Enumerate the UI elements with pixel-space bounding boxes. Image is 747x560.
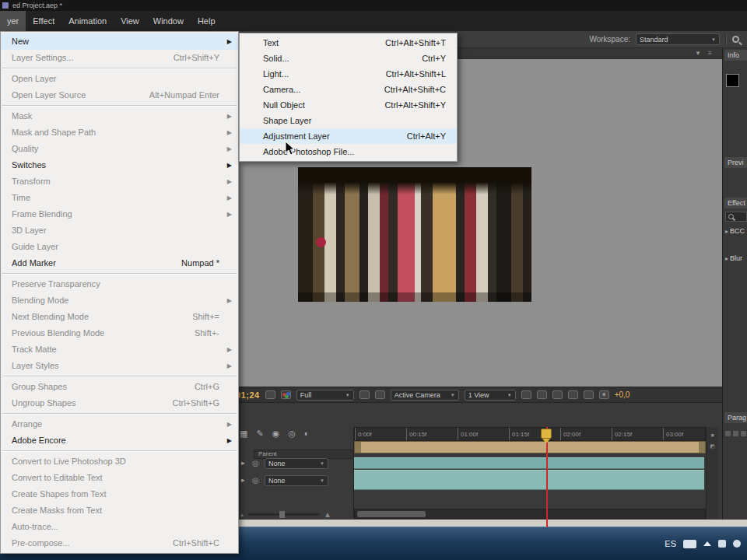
layer-menu-item-convert-to-editable-text[interactable]: Convert to Editable Text (1, 470, 238, 486)
timeline-scrollbar-thumb[interactable] (357, 511, 426, 517)
layer-menu-item-blending-mode[interactable]: Blending Mode▶ (1, 292, 238, 309)
tab-preview[interactable]: Previ (724, 157, 747, 168)
resolution-dropdown[interactable]: Full ▼ (296, 390, 354, 401)
layer-menu-item-adobe-encore[interactable]: Adobe Encore▶ (1, 432, 238, 449)
menubar-item-animation[interactable]: Animation (61, 11, 114, 31)
zoom-out-icon[interactable]: ▲ (240, 513, 244, 517)
time-ruler[interactable]: 0:00f00:15f01:00f01:15f02:00f02:15f03:00… (354, 427, 706, 441)
zoom-slider-track[interactable] (248, 513, 320, 516)
layer-menu-item-transform[interactable]: Transform▶ (1, 173, 238, 190)
zoom-in-icon[interactable]: ▲ (324, 510, 331, 519)
new-submenu-item-light[interactable]: Light...Ctrl+Alt+Shift+L (240, 66, 457, 82)
zoom-slider-thumb[interactable] (279, 511, 285, 518)
tab-effects[interactable]: Effect (724, 198, 747, 208)
effects-search-input[interactable] (725, 212, 747, 222)
search-icon[interactable] (732, 36, 739, 43)
menubar-item-help[interactable]: Help (191, 11, 223, 31)
fast-preview-icon[interactable] (552, 390, 563, 399)
new-submenu-item-camera[interactable]: Camera...Ctrl+Alt+Shift+C (240, 82, 457, 97)
layer-menu-item-layer-settings[interactable]: Layer Settings...Ctrl+Shift+Y (1, 50, 238, 66)
layer-menu-item-create-masks-from-text[interactable]: Create Masks from Text (1, 502, 238, 519)
layer-menu-item-layer-styles[interactable]: Layer Styles▶ (1, 358, 238, 374)
new-submenu-item-adjustment-layer[interactable]: Adjustment LayerCtrl+Alt+Y (240, 128, 457, 144)
tab-info[interactable]: Info (724, 50, 747, 61)
parent-dropdown[interactable]: None▼ (265, 458, 328, 469)
layer-menu-item-add-marker[interactable]: Add MarkerNumpad * (1, 255, 238, 271)
panel-menu-icon[interactable]: ≡ (708, 50, 712, 57)
layer-menu-item-open-layer[interactable]: Open Layer (1, 71, 238, 87)
layer-menu-item-pre-compose[interactable]: Pre-compose...Ctrl+Shift+C (1, 535, 238, 551)
current-time-indicator[interactable] (541, 429, 552, 439)
layer-menu-item-3d-layer[interactable]: 3D Layer (1, 222, 238, 239)
new-submenu-item-shape-layer[interactable]: Shape Layer (240, 113, 457, 128)
twirl-arrow-icon[interactable]: ▸ (241, 476, 245, 484)
tab-paragraph[interactable]: Parag (724, 412, 747, 423)
camera-view-dropdown[interactable]: Active Camera ▼ (391, 390, 459, 401)
work-area-bar[interactable] (354, 441, 706, 453)
layer-menu-item-ungroup-shapes[interactable]: Ungroup ShapesCtrl+Shift+G (1, 395, 238, 411)
effects-list-item-bcc[interactable]: ▸BCC (725, 227, 745, 235)
align-center-icon[interactable] (733, 431, 738, 436)
camera-icon[interactable]: ◩ (710, 443, 715, 449)
layer-menu-item-track-matte[interactable]: Track Matte▶ (1, 341, 238, 358)
keyboard-icon[interactable] (683, 540, 696, 548)
layer-menu-item-new[interactable]: New▶ (1, 33, 238, 50)
layer-menu-item-switches[interactable]: Switches▶ (1, 157, 238, 173)
menubar-item-window[interactable]: Window (146, 11, 191, 31)
new-submenu-item-text[interactable]: TextCtrl+Alt+Shift+T (240, 35, 457, 51)
mini-flowchart-icon[interactable]: ▦ (240, 429, 247, 439)
flowchart-icon[interactable] (584, 390, 594, 399)
transparency-grid-icon[interactable] (375, 390, 385, 399)
align-right-icon[interactable] (741, 431, 746, 436)
timeline-layer-row[interactable]: ▸◎None▼ (238, 474, 355, 489)
language-indicator[interactable]: ES (665, 539, 676, 548)
tray-status-icon[interactable] (718, 540, 726, 548)
new-submenu-item-null-object[interactable]: Null ObjectCtrl+Alt+Shift+Y (240, 97, 457, 113)
draft-3d-icon[interactable]: ✎ (256, 429, 263, 439)
layer-menu-item-mask[interactable]: Mask▶ (1, 108, 238, 124)
comp-button-icon[interactable]: ■ (710, 432, 714, 438)
layer-menu-item-group-shapes[interactable]: Group ShapesCtrl+G (1, 379, 238, 395)
snapshot-icon[interactable] (265, 390, 275, 399)
view-layout-dropdown[interactable]: 1 View ▼ (465, 390, 516, 401)
layer-menu-item-quality[interactable]: Quality▶ (1, 141, 238, 157)
layer-menu-item-create-shapes-from-text[interactable]: Create Shapes from Text (1, 486, 238, 502)
parent-pickwhip-icon[interactable]: ◎ (252, 476, 259, 485)
layer-menu-item-auto-trace[interactable]: Auto-trace... (1, 519, 238, 535)
layer-menu-item-time[interactable]: Time▶ (1, 190, 238, 206)
twirl-arrow-icon[interactable]: ▸ (241, 459, 245, 467)
timeline-layer-row[interactable]: ▸◎None▼ (238, 457, 355, 472)
layer-menu-item-previous-blending-mode[interactable]: Previous Blending ModeShift+- (1, 325, 238, 341)
hide-shy-layers-icon[interactable]: ◉ (272, 429, 280, 439)
workspace-dropdown[interactable]: Standard ▼ (636, 33, 720, 45)
show-hidden-icons-icon[interactable] (703, 541, 711, 546)
layer-menu-item-guide-layer[interactable]: Guide Layer (1, 239, 238, 255)
timeline-scrollbar[interactable] (354, 509, 706, 519)
new-submenu-item-solid[interactable]: Solid...Ctrl+Y (240, 51, 457, 66)
align-left-icon[interactable] (725, 431, 731, 436)
layer-duration-bar[interactable] (354, 470, 704, 490)
layer-menu-item-preserve-transparency[interactable]: Preserve Transparency (1, 276, 238, 292)
motion-blur-icon[interactable]: ◐ (304, 429, 310, 439)
effects-list-item-blur[interactable]: ▸Blur (725, 254, 742, 262)
exposure-icon[interactable]: ☀ (599, 390, 609, 399)
parent-dropdown[interactable]: None▼ (265, 475, 328, 486)
exposure-value[interactable]: +0,0 (615, 390, 630, 399)
layer-menu-item-arrange[interactable]: Arrange▶ (1, 416, 238, 432)
layer-menu-item-open-layer-source[interactable]: Open Layer SourceAlt+Numpad Enter (1, 87, 238, 103)
chevron-down-icon[interactable]: ▼ (695, 50, 701, 57)
menubar-item-effect[interactable]: Effect (26, 11, 61, 31)
new-submenu-item-adobe-photoshop-file[interactable]: Adobe Photoshop File... (240, 144, 457, 159)
menubar-item-yer[interactable]: yer (0, 11, 26, 31)
pixel-aspect-icon[interactable] (537, 390, 547, 399)
layer-menu-item-next-blending-mode[interactable]: Next Blending ModeShift+= (1, 309, 238, 325)
layer-menu-item-convert-to-live-photoshop-3d[interactable]: Convert to Live Photoshop 3D (1, 453, 238, 470)
current-time-display[interactable]: 01;24 (236, 390, 260, 400)
layer-menu-item-frame-blending[interactable]: Frame Blending▶ (1, 206, 238, 222)
layer-duration-bar[interactable] (354, 457, 704, 469)
parent-pickwhip-icon[interactable]: ◎ (252, 459, 259, 467)
region-of-interest-icon[interactable] (359, 390, 370, 399)
tray-network-icon[interactable] (733, 540, 741, 548)
layer-menu-item-mask-and-shape-path[interactable]: Mask and Shape Path▶ (1, 124, 238, 141)
menubar-item-view[interactable]: View (114, 11, 146, 31)
